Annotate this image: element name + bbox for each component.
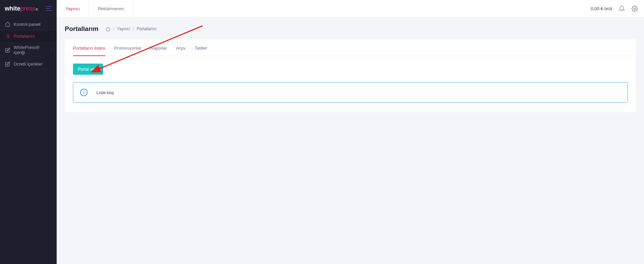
settings-button[interactable] xyxy=(631,5,638,12)
bell-icon xyxy=(619,5,625,12)
card: Portalların listesi Promosyonlar Raporla… xyxy=(65,39,636,112)
menu-toggle-button[interactable] xyxy=(46,6,52,11)
breadcrumb-current: Portallarım xyxy=(137,27,156,31)
topbar-tab-advertiser[interactable]: Reklamveren xyxy=(89,0,133,17)
topbar: Yayıncı Reklamveren 0,00 ₺ brüt xyxy=(57,0,644,17)
breadcrumb-sep: / xyxy=(113,27,114,31)
topbar-tabs: Yayıncı Reklamveren xyxy=(57,0,133,17)
sidebar-item-paid-content[interactable]: Ücretli içerikler › xyxy=(0,58,57,70)
inner-tab-reports[interactable]: Raporlar xyxy=(150,39,167,56)
inner-tab-archive[interactable]: Arşiv xyxy=(176,39,186,56)
sidebar-menu: Kontrol paneli Portallarım WhitePress® i… xyxy=(0,17,57,70)
breadcrumb: / Yayıncı / Portallarım xyxy=(106,27,156,31)
inner-tab-promotions[interactable]: Promosyonlar xyxy=(114,39,141,56)
sidebar-item-label: WhitePress® içeriği xyxy=(14,45,51,55)
card-body: Portal ekle i Liste boş xyxy=(65,56,636,112)
page-header: Portallarım / Yayıncı / Portallarım xyxy=(57,17,644,39)
chevron-right-icon: › xyxy=(51,48,52,52)
breadcrumb-link-publisher[interactable]: Yayıncı xyxy=(117,27,130,31)
chevron-right-icon: › xyxy=(51,62,52,66)
logo-reg: ® xyxy=(36,8,38,11)
inner-tab-portals-list[interactable]: Portalların listesi xyxy=(73,39,105,56)
page-title: Portallarım xyxy=(65,25,98,33)
logo-part1: white xyxy=(5,5,20,12)
main: Yayıncı Reklamveren 0,00 ₺ brüt Portalla… xyxy=(57,0,644,264)
add-portal-button[interactable]: Portal ekle xyxy=(73,64,103,75)
list-icon xyxy=(5,33,10,39)
sidebar-header: whitepress® xyxy=(0,0,57,17)
topbar-tab-label: Reklamveren xyxy=(98,6,124,11)
sidebar-item-dashboard[interactable]: Kontrol paneli xyxy=(0,18,57,30)
balance-display[interactable]: 0,00 ₺ brüt xyxy=(591,6,612,11)
logo-part2: press xyxy=(20,5,35,12)
info-message: Liste boş xyxy=(96,90,114,95)
logo[interactable]: whitepress® xyxy=(5,5,38,12)
info-icon: i xyxy=(80,89,88,96)
sidebar: whitepress® Kontrol paneli Portallarım xyxy=(0,0,57,264)
sidebar-item-label: Portallarım xyxy=(14,34,52,39)
topbar-tab-publisher[interactable]: Yayıncı xyxy=(57,0,89,17)
content: Portalların listesi Promosyonlar Raporla… xyxy=(57,39,644,120)
topbar-tab-label: Yayıncı xyxy=(65,6,80,11)
edit-icon xyxy=(5,61,10,67)
info-box: i Liste boş xyxy=(73,82,628,103)
notifications-button[interactable] xyxy=(618,5,625,12)
inner-tabs: Portalların listesi Promosyonlar Raporla… xyxy=(65,39,636,56)
breadcrumb-sep: / xyxy=(133,27,134,31)
sidebar-item-label: Ücretli içerikler xyxy=(14,61,51,67)
sidebar-item-whitepress-content[interactable]: WhitePress® içeriği › xyxy=(0,42,57,58)
inner-tab-holidays[interactable]: Tatiller xyxy=(194,39,207,56)
svg-point-6 xyxy=(634,8,636,10)
topbar-right: 0,00 ₺ brüt xyxy=(591,0,644,17)
gear-icon xyxy=(631,5,638,12)
home-icon xyxy=(5,21,10,27)
hamburger-icon xyxy=(46,6,52,7)
sidebar-item-label: Kontrol paneli xyxy=(14,22,52,27)
home-icon xyxy=(106,27,110,31)
sidebar-item-portals[interactable]: Portallarım xyxy=(0,30,57,42)
edit-icon xyxy=(5,47,10,53)
breadcrumb-home[interactable] xyxy=(106,27,110,31)
